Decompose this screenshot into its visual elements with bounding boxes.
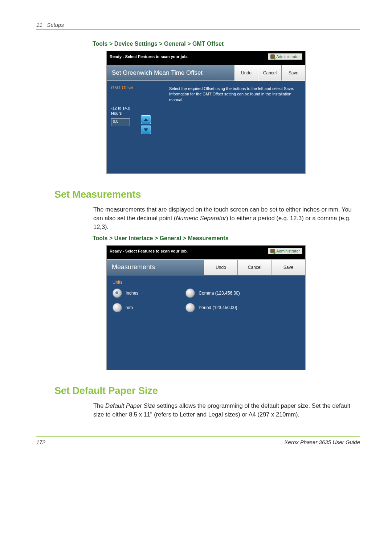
heading-set-default-paper-size: Set Default Paper Size: [54, 385, 360, 397]
cancel-button[interactable]: Cancel: [238, 260, 271, 275]
undo-button[interactable]: Undo: [234, 65, 258, 81]
status-bar: Ready - Select Features to scan your job…: [107, 246, 305, 259]
range-label: -12 to 14.0 Hours: [111, 106, 166, 116]
title-row: Measurements Undo Cancel Save: [107, 259, 305, 275]
radio-comma[interactable]: Comma (123.456,00): [185, 288, 240, 298]
admin-icon: [270, 54, 275, 59]
title-row: Set Greenwich Mean Time Offset Undo Canc…: [107, 65, 305, 81]
radio-period[interactable]: Period (123.456.00): [185, 303, 237, 312]
cancel-button[interactable]: Cancel: [258, 65, 282, 81]
status-text: Ready - Select Features to scan your job…: [110, 54, 188, 59]
admin-badge[interactable]: Administrator: [268, 53, 302, 60]
undo-button[interactable]: Undo: [204, 260, 238, 275]
page-header: 11 Setups: [36, 22, 360, 30]
chapter-num: 11: [36, 22, 42, 28]
decrement-button[interactable]: [141, 126, 151, 134]
body-set-measurements: The measurements that are displayed on t…: [93, 205, 360, 231]
admin-label: Administrator: [276, 249, 300, 253]
heading-set-measurements: Set Measurements: [54, 189, 360, 200]
chevron-down-icon: [144, 128, 148, 131]
units-label: Units: [113, 280, 299, 285]
guide-title: Xerox Phaser 3635 User Guide: [285, 439, 360, 445]
gmt-offset-label: GMT Offset: [111, 85, 166, 90]
radio-icon: [185, 288, 195, 298]
admin-badge[interactable]: Administrator: [268, 248, 302, 254]
radio-inches[interactable]: Inches: [113, 288, 138, 298]
save-button[interactable]: Save: [282, 65, 305, 81]
screenshot-measurements: Ready - Select Features to scan your job…: [106, 245, 306, 370]
admin-label: Administrator: [276, 54, 300, 59]
chevron-up-icon: [144, 118, 148, 121]
admin-icon: [270, 249, 275, 253]
page-number: 172: [36, 439, 45, 445]
svg-marker-0: [144, 118, 148, 121]
save-button[interactable]: Save: [271, 260, 305, 275]
chapter-title: Setups: [47, 22, 64, 28]
panel-title: Measurements: [107, 263, 204, 271]
page-footer: 172 Xerox Phaser 3635 User Guide: [36, 436, 360, 445]
status-text: Ready - Select Features to scan your job…: [110, 249, 188, 253]
panel-title: Set Greenwich Mean Time Offset: [107, 69, 234, 77]
gmt-value-input[interactable]: 0,0: [111, 118, 130, 126]
help-text: Select the required Offset using the but…: [169, 85, 301, 167]
increment-button[interactable]: [141, 115, 151, 124]
svg-marker-1: [144, 128, 148, 131]
body-set-default-paper-size: The Default Paper Size settings allows t…: [93, 402, 360, 419]
radio-icon: [185, 303, 195, 312]
radio-icon: [113, 303, 122, 312]
status-bar: Ready - Select Features to scan your job…: [107, 51, 305, 65]
radio-icon: [113, 288, 122, 298]
breadcrumb-measurements: Tools > User Interface > General > Measu…: [93, 235, 360, 242]
radio-mm[interactable]: mm: [113, 303, 133, 312]
breadcrumb-gmt-offset: Tools > Device Settings > General > GMT …: [93, 41, 360, 47]
screenshot-gmt-offset: Ready - Select Features to scan your job…: [106, 51, 306, 174]
